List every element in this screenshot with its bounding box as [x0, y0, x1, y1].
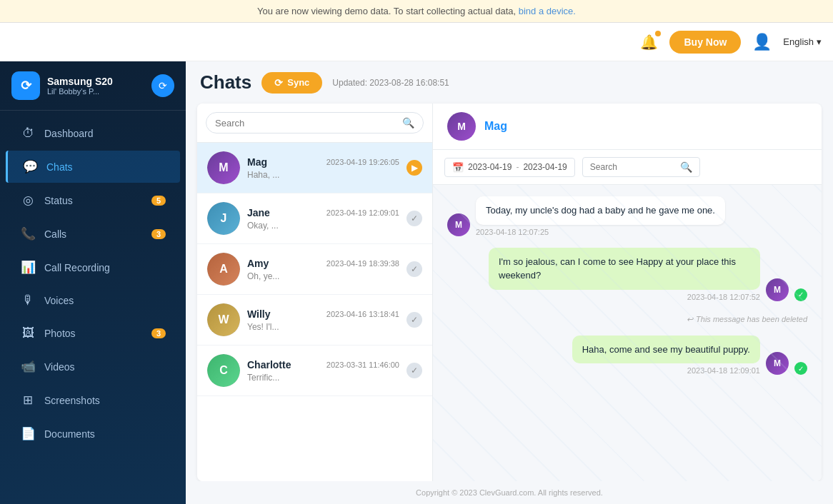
notification-bell[interactable]: 🔔 [640, 34, 658, 51]
chat-status-amy: ✓ [406, 261, 422, 277]
reply-icon: ↩ [687, 315, 693, 324]
chat-list-item-amy[interactable]: A Amy 2023-04-19 18:39:38 Oh, ye... ✓ [197, 244, 432, 295]
sidebar-item-label: Call Recording [44, 262, 110, 273]
device-name: Samsung S20 [47, 76, 144, 87]
chat-time-willy: 2023-04-16 13:18:41 [326, 310, 399, 318]
sidebar-item-label: Screenshots [44, 395, 100, 406]
call-recording-icon: 📊 [20, 260, 36, 275]
chat-list: 🔍 M Mag 2023-04-19 19:26:05 Haha, ... ▶ … [197, 104, 433, 481]
chat-time-amy: 2023-04-19 18:39:38 [326, 259, 399, 268]
detail-search-input[interactable] [590, 162, 676, 172]
app-logo: ⟳ [11, 71, 40, 100]
chat-status-mag: ▶ [406, 160, 422, 176]
chat-name-willy: Willy [247, 308, 271, 320]
sidebar-item-call-recording[interactable]: 📊 Call Recording [6, 251, 180, 283]
chat-name-jane: Jane [247, 207, 270, 218]
footer: Copyright © 2023 ClevGuard.com. All righ… [186, 481, 833, 504]
language-selector[interactable]: English ▾ [783, 36, 822, 47]
chats-panel: 🔍 M Mag 2023-04-19 19:26:05 Haha, ... ▶ … [197, 104, 822, 481]
badge-photos: 3 [151, 328, 166, 338]
chat-preview-amy: Oh, ye... [247, 271, 399, 281]
sidebar-item-label: Status [44, 195, 73, 206]
chat-avatar-charlotte: C [207, 354, 240, 387]
chat-search-box[interactable]: 🔍 [206, 112, 424, 133]
chat-info-mag: Mag 2023-04-19 19:26:05 Haha, ... [247, 156, 399, 180]
date-separator: - [516, 162, 519, 172]
photos-icon: 🖼 [20, 326, 36, 341]
search-icon: 🔍 [402, 117, 414, 128]
sidebar-item-chats[interactable]: 💬 Chats [6, 151, 180, 183]
footer-text: Copyright © 2023 ClevGuard.com. All righ… [416, 488, 603, 497]
msg-content-msg1: M Today, my uncle's dog had a baby and h… [447, 196, 725, 236]
updated-timestamp: Updated: 2023-08-28 16:08:51 [332, 78, 449, 88]
chats-icon: 💬 [22, 159, 38, 174]
user-avatar-icon[interactable]: 👤 [752, 33, 772, 51]
sidebar-item-documents[interactable]: 📄 Documents [6, 418, 180, 450]
chat-info-jane: Jane 2023-04-19 12:09:01 Okay, ... [247, 207, 399, 231]
msg-time-msg1: 2023-04-18 12:07:25 [476, 228, 725, 236]
detail-search-box[interactable]: 🔍 [582, 157, 700, 177]
documents-icon: 📄 [20, 426, 36, 441]
dashboard-icon: ⏱ [20, 126, 36, 141]
chat-items-list: M Mag 2023-04-19 19:26:05 Haha, ... ▶ J … [197, 143, 432, 481]
chat-detail-avatar: M [447, 112, 476, 141]
sidebar-item-voices[interactable]: 🎙 Voices [6, 285, 180, 316]
sidebar-item-calls[interactable]: 📞 Calls 3 [6, 218, 180, 250]
message-msg3: ↩ This message has been deleted [447, 313, 807, 324]
calendar-icon: 📅 [452, 162, 464, 173]
chat-preview-jane: Okay, ... [247, 221, 399, 231]
bind-device-link[interactable]: bind a device. [519, 6, 576, 16]
chat-list-item-willy[interactable]: W Willy 2023-04-16 13:18:41 Yes! I'l... … [197, 295, 432, 346]
sidebar-item-label: Calls [44, 228, 66, 240]
page-header: Chats ⟳ Sync Updated: 2023-08-28 16:08:5… [186, 61, 833, 104]
sidebar-header: ⟳ Samsung S20 Lil' Bobby's P... ⟳ [0, 61, 186, 111]
chat-name-amy: Amy [247, 258, 269, 269]
chat-status-charlotte: ✓ [406, 363, 422, 378]
chat-list-item-mag[interactable]: M Mag 2023-04-19 19:26:05 Haha, ... ▶ [197, 143, 432, 193]
sidebar: ⟳ Samsung S20 Lil' Bobby's P... ⟳ ⏱ Dash… [0, 61, 186, 504]
chat-search-input[interactable] [215, 118, 402, 128]
chat-detail-contact-name: Mag [484, 120, 507, 133]
notification-badge [655, 31, 661, 36]
chat-search-container: 🔍 [197, 104, 432, 143]
chat-list-item-charlotte[interactable]: C Charlotte 2023-03-31 11:46:00 Terrific… [197, 346, 432, 396]
sync-icon: ⟳ [274, 77, 283, 89]
date-to: 2023-04-19 [523, 162, 567, 172]
chat-list-item-jane[interactable]: J Jane 2023-04-19 12:09:01 Okay, ... ✓ [197, 193, 432, 244]
chat-avatar-jane: J [207, 202, 240, 235]
sidebar-nav: ⏱ Dashboard 💬 Chats ◎ Status 5 📞 Calls 3… [0, 111, 186, 504]
msg-avatar-msg2: M [766, 278, 789, 301]
chat-detail: M Mag 📅 2023-04-19 - 2023-04-19 🔍 [433, 104, 822, 481]
badge-status: 5 [151, 196, 166, 206]
language-label: English [783, 36, 814, 47]
chat-time-mag: 2023-04-19 19:26:05 [326, 158, 399, 166]
messages-area: M Today, my uncle's dog had a baby and h… [433, 185, 822, 481]
msg-time-msg4: 2023-04-18 12:09:01 [572, 366, 760, 375]
chat-time-charlotte: 2023-03-31 11:46:00 [326, 361, 399, 369]
msg-time-msg2: 2023-04-18 12:07:52 [489, 293, 760, 301]
sidebar-item-videos[interactable]: 📹 Videos [6, 351, 180, 383]
topbar: 🔔 Buy Now 👤 English ▾ [0, 23, 833, 61]
sidebar-item-label: Documents [44, 428, 95, 440]
whatsapp-icon-msg4: ✓ [794, 362, 807, 375]
chat-name-mag: Mag [247, 156, 267, 168]
msg-avatar-msg1: M [447, 213, 470, 236]
message-msg1: M Today, my uncle's dog had a baby and h… [447, 196, 807, 236]
buy-now-button[interactable]: Buy Now [669, 31, 741, 54]
device-sub: Lil' Bobby's P... [47, 87, 144, 96]
date-range-picker[interactable]: 📅 2023-04-19 - 2023-04-19 [444, 158, 575, 177]
sidebar-item-screenshots[interactable]: ⊞ Screenshots [6, 384, 180, 416]
sidebar-item-photos[interactable]: 🖼 Photos 3 [6, 318, 180, 349]
deleted-text: This message has been deleted [696, 315, 807, 323]
sidebar-sync-button[interactable]: ⟳ [151, 74, 174, 97]
whatsapp-icon-msg2: ✓ [794, 288, 807, 301]
sidebar-item-dashboard[interactable]: ⏱ Dashboard [6, 118, 180, 149]
msg-text-wrap-msg4: Haha, come and see my beautiful puppy. 2… [572, 336, 760, 376]
sync-button[interactable]: ⟳ Sync [261, 72, 322, 94]
content-area: Chats ⟳ Sync Updated: 2023-08-28 16:08:5… [186, 61, 833, 504]
sidebar-item-label: Videos [44, 361, 75, 373]
banner-text: You are now viewing demo data. To start … [257, 6, 516, 16]
sidebar-item-status[interactable]: ◎ Status 5 [6, 184, 180, 216]
chat-detail-header: M Mag [433, 104, 822, 150]
badge-calls: 3 [151, 229, 166, 239]
